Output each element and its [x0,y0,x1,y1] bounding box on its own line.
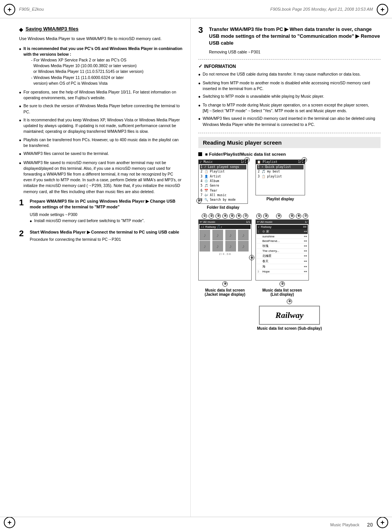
circle-num-6: ⑥ [302,157,307,163]
step-2-heading: Start Windows Media Player ▶ Connect the… [30,229,183,235]
list-duration: ≡≡ [304,245,307,247]
bullet-text: For operations, see the help of Windows … [24,89,183,101]
circle-num-9: ⑨ [222,281,228,287]
bullet-dot: • [19,151,21,158]
footer-page-number: 20 [367,522,373,528]
info-list-item: • Do not remove the USB cable during dat… [198,71,381,78]
list-item: • Playlists can be transferred from PCs.… [19,137,183,148]
folder-item-7: 8 🔍 Search by mode [200,198,246,202]
bullet-dot: • [19,103,21,110]
list-item-0: 1 ⊙ 家 ≡≡ [257,229,308,234]
jacket-page-indicator: 2 / 4 . 3 m [199,252,251,256]
list-item-text: 北極星 [262,254,272,258]
playlist-screen-label: Playlist display [267,197,294,201]
annotation-1: ① [244,157,250,163]
bullet-text: WMA/MP3 files cannot be saved to the ter… [24,151,183,156]
sub-item-1: - For Windows XP Service Pack 2 or later… [31,57,183,86]
cn-g: ⑦ [243,213,248,219]
circle-num-1: ① [244,157,250,163]
playlist-item-0: 1 ⚡ Quick playlist [257,165,304,169]
list-item-text: 海 [262,264,265,269]
folder-item-4: 5 🎵 Genre [200,184,246,188]
list-item-2: BestFriend... ≡≡ [257,239,308,243]
spacer1 [270,213,275,219]
list-item-text: BestFriend... [262,239,280,243]
sub-display-label: Music data list screen (Sub-display) [257,326,322,330]
music-jacket-header: ↩ All music 1/1 [199,220,251,224]
footer: Music Playback 20 [0,517,392,532]
list-duration: ≡≡ [304,240,307,242]
info-section: ✓ INFORMATION • Do not remove the USB ca… [198,63,381,127]
content-area: ◆ Saving WMA/MP3 files Use Windows Media… [0,18,392,517]
step-2-detail: Procedure for connecting the terminal to… [30,237,183,242]
folder-item-6: 7 🎶 All music [200,193,246,198]
ln-7: ⑦ [303,213,308,219]
annotation-6: ⑥ [301,157,307,163]
list-item: • Be sure to check the version of Window… [19,103,183,114]
playlist-item-2: 3 📋 playlist [257,174,304,179]
divider-1 [198,59,381,60]
list-item-text: 家 [266,229,269,234]
circle-num-2: ② [280,281,285,287]
divider-2 [198,133,381,133]
list-item-8: 3 Hope ≡≡ [257,269,308,274]
step-1: 1 Prepare WMA/MP3 file in PC using Windo… [19,198,183,225]
info-list: • Do not remove the USB cable during dat… [198,71,381,127]
thumb-grid: ♪ ♪ ♪ ♪ ♪ ♪ ♪ ♪ [199,230,251,251]
list-item-text: 玫瑰 [262,244,268,248]
header-book-info: F905i.book Page 205 Monday, April 21, 20… [270,7,373,11]
jacket-header-title: ↩ All music [200,220,215,224]
list-item-text: 春天 [262,259,268,263]
header-filename: F905i_E2kou [19,7,44,11]
step-1-content: Prepare WMA/MP3 file in PC using Windows… [30,198,183,225]
step-2: 2 Start Windows Media Player ▶ Connect t… [19,229,183,243]
list-num: 1 [257,230,261,233]
list-duration: ≡≡ [304,265,307,268]
list-header-count: 1/ [305,220,307,224]
info-list-item: • To change to MTP mode during Music pla… [198,102,381,114]
bullet-dot: • [198,94,201,100]
info-item-text: Switching to MTP mode is unavailable whi… [203,94,324,99]
bullet-dot: • [198,71,201,78]
list-num: 3 [257,270,261,273]
right-column: 3 Transfer WMA/MP3 file from PC ▶ When d… [191,18,392,517]
music-list-body: ♪ Railway ≡≡ 1 ⊙ 家 ≡≡ [256,224,308,275]
info-item-text: To change to MTP mode during Music playe… [203,102,381,114]
folder-title-bar: ♪ Music 1/1 [199,160,247,164]
bullet-text: Be sure to check the version of Windows … [24,103,183,114]
reading-title: Reading Music player screen [203,139,282,146]
step-1-number: 1 [19,198,27,207]
bullet-bold: It is recommended that you use PC's OS a… [24,46,183,56]
bullet-text: It is recommended that you keep Windows … [24,117,183,135]
folder-screen-inner: 1 ♪ Last played songs 2 📋 Playlist 3 👤 A… [199,164,247,203]
list-item-5: 北極星 ≡≡ [257,253,308,259]
list-artist-row: ♪ Railway ≡≡ [257,225,308,229]
playlist-screen: 📋 Playlist 1/1 1 ⚡ Quick playlist 2 🎵 my… [255,160,305,195]
playlist-screen-inner: 1 ⚡ Quick playlist 2 🎵 my best 3 📋 playl… [256,164,305,195]
page-container: F905i_E2kou F905i.book Page 205 Monday, … [0,0,392,532]
step-1-sub-bullet: • Install microSD memory card before swi… [30,218,183,225]
thumb-8: ♪ [238,241,249,251]
info-item-text: Switching from MTP mode to another mode … [203,80,381,92]
folder-item-1: 2 📋 Playlist [200,169,246,174]
music-list-label: Music data list screen (List display) [262,288,302,297]
circle-num-4: ④ [196,198,202,203]
annotation-8: ⑧ [249,255,255,261]
section-title-saving: Saving WMA/MP3 files [26,26,79,32]
thumb-6: ♪ [212,241,223,251]
sub-display-screen: Railway [259,306,320,325]
list-bottom-ann: ② [279,281,285,287]
step-1-heading: Prepare WMA/MP3 file in PC using Windows… [30,198,183,210]
bullet-dot: • [30,218,32,225]
ln-5: ⑤ [289,213,294,219]
list-item-text: The cherry... [262,249,279,253]
list-item-4: The cherry... ≡≡ [257,249,308,253]
circle-num-8: ⑧ [249,255,254,260]
folder-item-3: 4 💿 Album [200,179,246,184]
bullet-text: WMA/MP3 file saved to microSD memory car… [24,160,183,195]
info-heading: ✓ INFORMATION [198,63,381,69]
playlist-title-bar: 📋 Playlist 1/1 [256,160,305,164]
section-heading-saving: ◆ Saving WMA/MP3 files [19,26,183,32]
music-jacket-label: Music data list screen (Jacket image dis… [205,288,246,297]
list-item: • WMA/MP3 file saved to microSD memory c… [19,160,183,195]
